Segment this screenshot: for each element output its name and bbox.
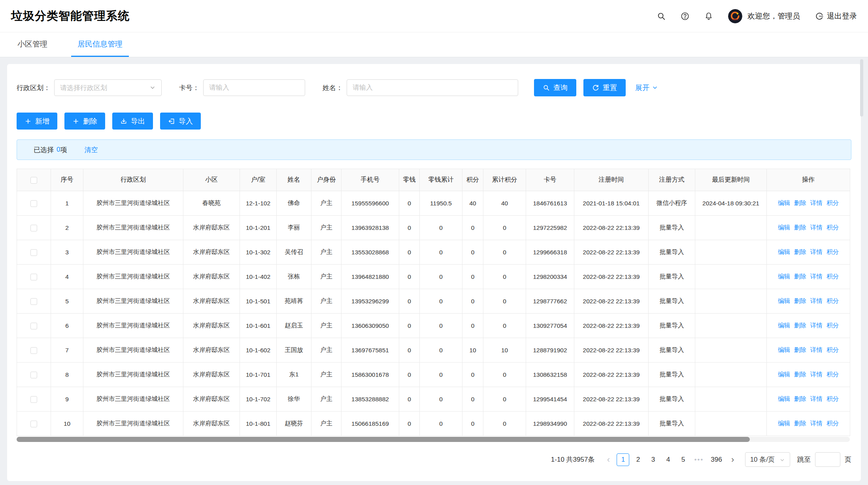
row-checkbox[interactable] bbox=[30, 421, 37, 427]
row-action-detail[interactable]: 详情 bbox=[810, 248, 823, 255]
vertical-scrollbar-thumb[interactable] bbox=[860, 59, 863, 117]
row-action-detail[interactable]: 详情 bbox=[810, 273, 823, 280]
row-action-detail[interactable]: 详情 bbox=[810, 395, 823, 402]
logout-button[interactable]: 退出登录 bbox=[815, 11, 857, 21]
row-action-edit[interactable]: 编辑 bbox=[778, 199, 790, 206]
page-button-1[interactable]: 1 bbox=[617, 453, 629, 466]
row-action-points[interactable]: 积分 bbox=[826, 199, 839, 206]
row-action-edit[interactable]: 编辑 bbox=[778, 322, 790, 329]
page-button-2[interactable]: 2 bbox=[632, 453, 644, 466]
row-actions-cell: 编辑删除详情积分 bbox=[767, 191, 850, 216]
search-icon[interactable] bbox=[657, 12, 666, 21]
export-button[interactable]: 导出 bbox=[112, 113, 153, 130]
page-button-5[interactable]: 5 bbox=[677, 453, 689, 466]
cell-change: 0 bbox=[399, 338, 420, 363]
prev-page-button[interactable]: ‹ bbox=[602, 453, 614, 466]
delete-button[interactable]: 删除 bbox=[64, 113, 105, 130]
row-checkbox[interactable] bbox=[30, 225, 37, 231]
cell-card: 1298777662 bbox=[526, 289, 574, 314]
column-header-4: 姓名 bbox=[277, 169, 311, 191]
cell-name: 王国放 bbox=[277, 338, 311, 363]
row-action-points[interactable]: 积分 bbox=[826, 297, 839, 304]
row-action-detail[interactable]: 详情 bbox=[810, 297, 823, 304]
row-action-delete[interactable]: 删除 bbox=[794, 420, 806, 427]
row-checkbox[interactable] bbox=[30, 323, 37, 329]
select-all-checkbox[interactable] bbox=[30, 177, 37, 184]
horizontal-scrollbar-thumb[interactable] bbox=[17, 437, 750, 442]
row-checkbox[interactable] bbox=[30, 200, 37, 207]
row-action-detail[interactable]: 详情 bbox=[810, 199, 823, 206]
row-action-detail[interactable]: 详情 bbox=[810, 224, 823, 231]
tab-community-management[interactable]: 小区管理 bbox=[11, 32, 54, 57]
cell-phone: 13964821880 bbox=[342, 265, 399, 289]
column-header-11: 卡号 bbox=[526, 169, 574, 191]
row-action-points[interactable]: 积分 bbox=[826, 395, 839, 402]
row-action-points[interactable]: 积分 bbox=[826, 248, 839, 255]
reset-button[interactable]: 重置 bbox=[583, 79, 626, 96]
row-checkbox[interactable] bbox=[30, 274, 37, 280]
next-page-button[interactable]: › bbox=[727, 453, 739, 466]
row-checkbox-cell bbox=[17, 412, 51, 436]
query-button[interactable]: 查询 bbox=[534, 79, 576, 96]
row-action-edit[interactable]: 编辑 bbox=[778, 371, 790, 378]
horizontal-scrollbar[interactable] bbox=[17, 437, 850, 442]
cell-update-time bbox=[695, 363, 767, 387]
add-button[interactable]: 新增 bbox=[17, 113, 57, 130]
row-actions-cell: 编辑删除详情积分 bbox=[767, 314, 850, 338]
bell-icon[interactable] bbox=[704, 12, 713, 21]
row-action-delete[interactable]: 删除 bbox=[794, 273, 806, 280]
row-action-edit[interactable]: 编辑 bbox=[778, 248, 790, 255]
row-action-edit[interactable]: 编辑 bbox=[778, 224, 790, 231]
page-button-3[interactable]: 3 bbox=[647, 453, 659, 466]
row-action-edit[interactable]: 编辑 bbox=[778, 346, 790, 353]
row-action-delete[interactable]: 删除 bbox=[794, 199, 806, 206]
page-button-4[interactable]: 4 bbox=[662, 453, 674, 466]
tab-resident-info-management[interactable]: 居民信息管理 bbox=[71, 32, 129, 57]
row-checkbox[interactable] bbox=[30, 249, 37, 256]
row-action-edit[interactable]: 编辑 bbox=[778, 297, 790, 304]
district-select[interactable]: 请选择行政区划 bbox=[54, 79, 162, 96]
card-no-input[interactable] bbox=[203, 79, 305, 96]
page-size-select[interactable]: 10 条/页 bbox=[745, 452, 790, 467]
jump-page-input[interactable] bbox=[815, 452, 840, 467]
row-checkbox[interactable] bbox=[30, 347, 37, 354]
page-button-396[interactable]: 396 bbox=[708, 453, 724, 466]
row-action-delete[interactable]: 删除 bbox=[794, 224, 806, 231]
row-action-points[interactable]: 积分 bbox=[826, 224, 839, 231]
row-action-points[interactable]: 积分 bbox=[826, 322, 839, 329]
row-action-detail[interactable]: 详情 bbox=[810, 346, 823, 353]
import-button[interactable]: 导入 bbox=[160, 113, 201, 130]
avatar[interactable] bbox=[728, 9, 742, 23]
row-action-edit[interactable]: 编辑 bbox=[778, 273, 790, 280]
cell-change-total: 0 bbox=[420, 314, 462, 338]
row-checkbox[interactable] bbox=[30, 396, 37, 403]
expand-link[interactable]: 展开 bbox=[635, 83, 658, 92]
help-icon[interactable] bbox=[681, 12, 689, 21]
row-action-delete[interactable]: 删除 bbox=[794, 346, 806, 353]
cell-phone: 13953296299 bbox=[342, 289, 399, 314]
cell-points: 0 bbox=[462, 265, 483, 289]
row-action-detail[interactable]: 详情 bbox=[810, 420, 823, 427]
name-input[interactable] bbox=[347, 79, 518, 96]
row-action-detail[interactable]: 详情 bbox=[810, 322, 823, 329]
clear-selection-link[interactable]: 清空 bbox=[84, 145, 98, 154]
row-action-delete[interactable]: 删除 bbox=[794, 297, 806, 304]
row-action-edit[interactable]: 编辑 bbox=[778, 395, 790, 402]
cell-reg-time: 2022-08-22 22:13:39 bbox=[574, 289, 649, 314]
row-action-edit[interactable]: 编辑 bbox=[778, 420, 790, 427]
row-action-points[interactable]: 积分 bbox=[826, 273, 839, 280]
row-checkbox[interactable] bbox=[30, 298, 37, 305]
row-action-delete[interactable]: 删除 bbox=[794, 322, 806, 329]
row-action-delete[interactable]: 删除 bbox=[794, 395, 806, 402]
row-action-points[interactable]: 积分 bbox=[826, 346, 839, 353]
cell-update-time bbox=[695, 338, 767, 363]
row-action-delete[interactable]: 删除 bbox=[794, 248, 806, 255]
cell-phone: 15066185169 bbox=[342, 412, 399, 436]
row-checkbox[interactable] bbox=[30, 372, 37, 378]
row-action-delete[interactable]: 删除 bbox=[794, 371, 806, 378]
row-action-detail[interactable]: 详情 bbox=[810, 371, 823, 378]
table-row: 1胶州市三里河街道绿城社区春晓苑12-1-102佛命户主159555966000… bbox=[17, 191, 850, 216]
tab-bar: 小区管理 居民信息管理 bbox=[0, 32, 868, 57]
row-action-points[interactable]: 积分 bbox=[826, 371, 839, 378]
row-action-points[interactable]: 积分 bbox=[826, 420, 839, 427]
